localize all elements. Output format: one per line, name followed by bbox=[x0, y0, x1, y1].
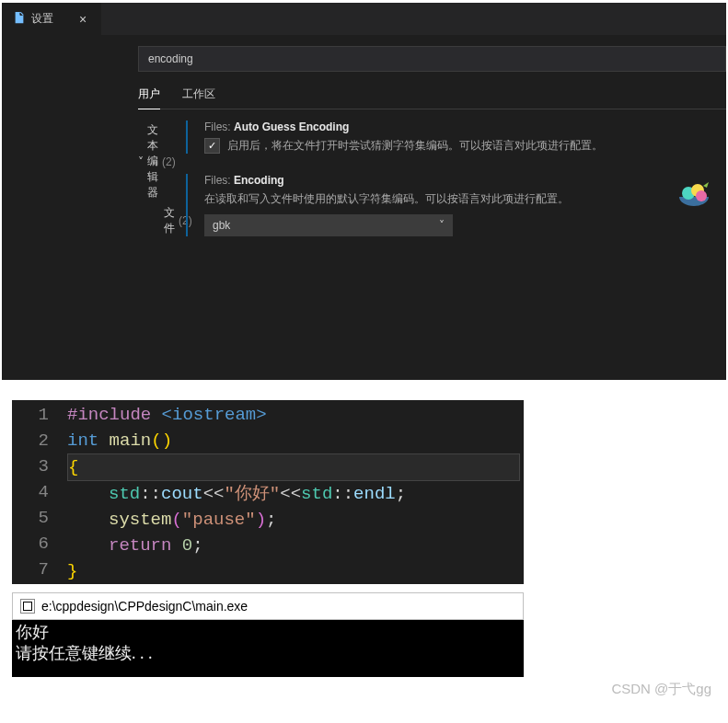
token-paren: () bbox=[151, 430, 172, 451]
token-namespace: std bbox=[109, 484, 140, 504]
line-number: 3 bbox=[12, 453, 49, 479]
setting-label: Files: Auto Guess Encoding bbox=[204, 120, 657, 133]
close-icon[interactable]: × bbox=[75, 10, 90, 29]
token-keyword: return bbox=[109, 535, 171, 556]
chevron-down-icon: ˅ bbox=[439, 219, 445, 232]
svg-point-2 bbox=[696, 190, 707, 201]
encoding-dropdown[interactable]: gbk ˅ bbox=[204, 214, 453, 236]
watermark-text: CSDN @于弋gg bbox=[0, 677, 728, 707]
tab-title: 设置 bbox=[31, 11, 53, 27]
terminal-line: 你好 bbox=[16, 622, 520, 643]
settings-search-input[interactable] bbox=[138, 46, 726, 72]
setting-name: Auto Guess Encoding bbox=[234, 120, 349, 133]
tab-bar: 设置 × bbox=[2, 3, 726, 35]
tree-item-text-editor[interactable]: ˅ 文本编辑器 (2) bbox=[138, 120, 149, 202]
token-string: "你好" bbox=[224, 484, 280, 504]
chevron-down-icon: ˅ bbox=[138, 155, 144, 168]
line-number: 1 bbox=[12, 402, 49, 428]
setting-prefix: Files: bbox=[204, 174, 234, 187]
code-body[interactable]: #include <iostream> int main() { std::co… bbox=[67, 400, 524, 584]
code-line: return 0; bbox=[67, 533, 524, 558]
settings-content: Files: Auto Guess Encoding ✓ 启用后，将在文件打开时… bbox=[149, 120, 726, 257]
code-line: int main() bbox=[67, 428, 524, 453]
token-brace: } bbox=[67, 561, 77, 581]
candy-bowl-icon bbox=[676, 178, 712, 215]
terminal-title-bar: e:\cppdesign\CPPdesignC\main.exe bbox=[12, 592, 524, 620]
settings-body: ˅ 文本编辑器 (2) 文件 (2) Files: Auto Guess Enc… bbox=[2, 120, 726, 257]
search-container bbox=[2, 35, 726, 72]
setting-encoding: Files: Encoding 在读取和写入文件时使用的默认字符集编码。可以按语… bbox=[186, 174, 657, 236]
token-brace: { bbox=[68, 457, 78, 477]
token-punct: :: bbox=[140, 484, 161, 504]
setting-name: Encoding bbox=[234, 174, 284, 187]
code-line: system("pause"); bbox=[67, 507, 524, 533]
token-include: <iostream> bbox=[151, 405, 266, 425]
svg-rect-4 bbox=[24, 602, 31, 610]
line-gutter: 1 2 3 4 5 6 7 bbox=[12, 400, 67, 584]
scope-tab-user[interactable]: 用户 bbox=[138, 86, 160, 109]
token-function: main bbox=[98, 430, 151, 451]
setting-label: Files: Encoding bbox=[204, 174, 657, 187]
terminal-line: 请按任意键继续. . . bbox=[16, 643, 520, 664]
token-var: cout bbox=[161, 484, 203, 504]
token-number: 0 bbox=[171, 535, 192, 556]
terminal-path: e:\cppdesign\CPPdesignC\main.exe bbox=[41, 599, 248, 614]
token-string: "pause" bbox=[182, 510, 256, 530]
token-paren: ( bbox=[171, 510, 181, 530]
code-editor: 1 2 3 4 5 6 7 #include <iostream> int ma… bbox=[12, 400, 524, 584]
token-var: endl bbox=[353, 484, 396, 504]
setting-prefix: Files: bbox=[204, 120, 234, 133]
terminal-window: e:\cppdesign\CPPdesignC\main.exe 你好 请按任意… bbox=[12, 592, 524, 677]
code-line: } bbox=[67, 558, 524, 584]
line-number: 7 bbox=[12, 557, 49, 582]
settings-file-icon bbox=[13, 11, 26, 27]
token-punct: ; bbox=[192, 535, 202, 556]
setting-auto-guess-encoding: Files: Auto Guess Encoding ✓ 启用后，将在文件打开时… bbox=[186, 120, 657, 154]
token-punct: ; bbox=[396, 484, 406, 504]
setting-check-row: ✓ 启用后，将在文件打开时尝试猜测字符集编码。可以按语言对此项进行配置。 bbox=[204, 138, 657, 154]
token-op: << bbox=[203, 484, 225, 504]
code-line: #include <iostream> bbox=[67, 402, 524, 428]
token-op: << bbox=[280, 484, 301, 504]
line-number: 2 bbox=[12, 428, 49, 453]
token-namespace: std bbox=[301, 484, 332, 504]
dropdown-value: gbk bbox=[213, 219, 230, 232]
line-number: 4 bbox=[12, 479, 49, 505]
line-number: 5 bbox=[12, 505, 49, 531]
terminal-output: 你好 请按任意键继续. . . bbox=[12, 620, 524, 677]
settings-panel: 设置 × 用户 工作区 ˅ 文本编辑器 (2) 文件 (2) Files: Au… bbox=[2, 3, 726, 380]
settings-tab[interactable]: 设置 × bbox=[2, 3, 101, 35]
scope-tabs: 用户 工作区 bbox=[138, 86, 726, 109]
token-keyword: int bbox=[67, 430, 98, 451]
token-paren: ) bbox=[256, 510, 266, 530]
setting-desc: 启用后，将在文件打开时尝试猜测字符集编码。可以按语言对此项进行配置。 bbox=[227, 138, 603, 154]
token-function: system bbox=[109, 510, 171, 530]
line-number: 6 bbox=[12, 531, 49, 557]
token-preproc: #include bbox=[67, 405, 151, 425]
token-punct: :: bbox=[332, 484, 353, 504]
settings-tree: ˅ 文本编辑器 (2) 文件 (2) bbox=[2, 120, 149, 257]
token-punct: ; bbox=[266, 510, 276, 530]
scope-tab-workspace[interactable]: 工作区 bbox=[182, 86, 215, 102]
code-line-active: { bbox=[67, 453, 520, 481]
console-icon bbox=[20, 599, 35, 614]
checkbox-auto-guess[interactable]: ✓ bbox=[204, 138, 220, 154]
setting-desc: 在读取和写入文件时使用的默认字符集编码。可以按语言对此项进行配置。 bbox=[204, 191, 657, 207]
code-line: std::cout<<"你好"<<std::endl; bbox=[67, 481, 524, 507]
